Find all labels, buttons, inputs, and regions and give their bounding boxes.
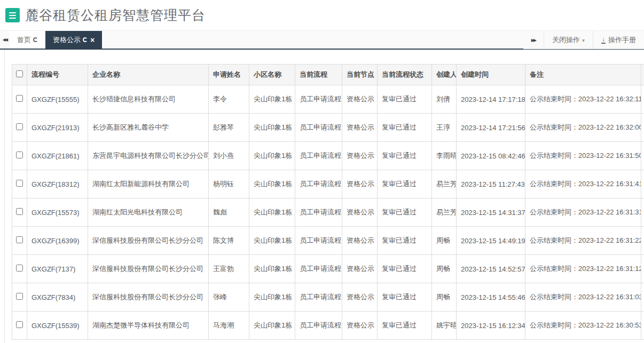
cell-node: 资格公示 [342, 142, 378, 170]
cell-company: 深信服科技股份有限公司长沙分公司 [88, 227, 209, 255]
hamburger-icon [9, 18, 16, 19]
cell-created: 2023-12-15 14:52:57 [457, 255, 525, 283]
row-checkbox[interactable] [16, 321, 23, 328]
cell-created: 2023-12-15 08:42:46 [457, 142, 525, 170]
cell-creator: 周畅 [432, 255, 457, 283]
tab-qualification-publicity-label: 资格公示 [53, 35, 81, 45]
cell-creator: 易兰芳 [432, 170, 457, 198]
cell-node: 资格公示 [342, 255, 378, 283]
cell-creator: 易兰芳 [432, 198, 457, 227]
cell-flow: 员工申请流程 [295, 170, 342, 198]
scroll-tabs-right-button[interactable]: ▶▶ [523, 31, 544, 49]
select-all-checkbox[interactable] [16, 70, 23, 77]
row-select-cell [12, 255, 27, 283]
cell-applicant: 张峰 [209, 283, 249, 312]
cell-node: 资格公示 [342, 85, 378, 114]
cell-id: GXGZF(15555) [27, 85, 88, 114]
col-process-id: 流程编号 [27, 65, 88, 85]
cell-company: 湖南红太阳新能源科技有限公司 [88, 170, 209, 198]
cell-community: 尖山印象1栋 [249, 85, 295, 114]
cell-clipped [641, 170, 644, 198]
cell-id: GXGZF(21861) [27, 142, 88, 170]
download-icon: ↓ [601, 37, 606, 44]
operation-manual-button[interactable]: ↓ 操作手册 [593, 31, 644, 49]
table-row: GXGZF(7137)深信服科技股份有限公司长沙分公司王富勃尖山印象1栋员工申请… [12, 255, 644, 283]
cell-company: 长沙猎捷信息科技有限公司 [88, 85, 209, 114]
cell-remark: 公示结束时间：2023-12-22 16:31:41 [525, 170, 641, 198]
hamburger-menu-button[interactable] [5, 8, 20, 22]
col-current-node: 当前节点 [342, 65, 378, 85]
cell-community: 尖山印象1栋 [249, 227, 295, 255]
cell-company: 湖南杰楚微半导体科技有限公司 [88, 312, 209, 340]
cell-id: GXGZF(21913) [27, 114, 88, 142]
scroll-tabs-left-button[interactable]: ◀◀ [0, 31, 10, 49]
cell-status: 复审已通过 [378, 255, 432, 283]
cell-remark: 公示结束时间：2023-12-22 16:31:50 [525, 142, 641, 170]
cell-flow: 员工申请流程 [295, 312, 342, 340]
row-select-cell [12, 170, 27, 198]
row-select-cell [12, 312, 27, 340]
cell-node: 资格公示 [342, 283, 378, 312]
cell-applicant: 魏彪 [209, 198, 249, 227]
cell-company: 东营昆宇电源科技有限公司长沙分公司 [88, 142, 209, 170]
table-row: GXGZF(21913)长沙高新区雅礼麓谷中学彭雅琴尖山印象1栋员工申请流程资格… [12, 114, 644, 142]
cell-created: 2023-12-15 11:27:43 [457, 170, 525, 198]
tab-qualification-publicity[interactable]: 资格公示 × [45, 31, 102, 49]
cell-node: 资格公示 [342, 227, 378, 255]
cell-company: 深信服科技股份有限公司长沙分公司 [88, 255, 209, 283]
cell-applicant: 刘小燕 [209, 142, 249, 170]
hamburger-icon [9, 15, 16, 16]
close-icon[interactable]: × [90, 36, 95, 44]
row-checkbox[interactable] [16, 236, 23, 243]
cell-status: 复审已通过 [378, 198, 432, 227]
row-select-cell [12, 85, 27, 114]
hamburger-icon [9, 12, 16, 13]
cell-created: 2023-12-14 17:17:18 [457, 85, 525, 114]
table-row: GXGZF(7834)深信服科技股份有限公司长沙分公司张峰尖山印象1栋员工申请流… [12, 283, 644, 312]
close-operations-dropdown[interactable]: 关闭操作 ▾ [544, 31, 593, 49]
tab-home-label: 首页 [17, 35, 31, 45]
row-checkbox[interactable] [16, 208, 23, 215]
row-checkbox[interactable] [16, 95, 23, 102]
cell-created: 2023-12-15 16:12:34 [457, 312, 525, 340]
col-creator: 创建人 [432, 65, 457, 85]
cell-applicant: 陈文博 [209, 227, 249, 255]
double-left-arrow-icon: ◀◀ [3, 37, 7, 42]
cell-clipped [641, 227, 644, 255]
cell-id: GXGZF(15539) [27, 312, 88, 340]
col-community: 小区名称 [249, 65, 295, 85]
cell-status: 复审已通过 [378, 170, 432, 198]
cell-flow: 员工申请流程 [295, 255, 342, 283]
cell-creator: 刘倩 [432, 85, 457, 114]
cell-created: 2023-12-14 17:21:56 [457, 114, 525, 142]
cell-creator: 周畅 [432, 283, 457, 312]
row-select-cell [12, 114, 27, 142]
cell-company: 深信服科技股份有限公司长沙分公司 [88, 283, 209, 312]
row-checkbox[interactable] [16, 151, 23, 158]
cell-community: 尖山印象1栋 [249, 198, 295, 227]
tab-home[interactable]: 首页 [10, 31, 45, 49]
cell-id: GXGZF(15573) [27, 198, 88, 227]
operation-manual-label: 操作手册 [608, 35, 636, 45]
cell-remark: 公示结束时间：2023-12-22 16:31:03 [525, 283, 641, 312]
cell-clipped [641, 85, 644, 114]
cell-creator: 李雨晴 [432, 142, 457, 170]
row-checkbox[interactable] [16, 293, 23, 300]
cell-flow: 员工申请流程 [295, 198, 342, 227]
col-created-time: 创建时间 [457, 65, 525, 85]
col-applicant: 申请姓名 [209, 65, 249, 85]
top-header-bar: 麓谷租赁公租房智慧管理平台 [0, 0, 644, 30]
cell-community: 尖山印象1栋 [249, 142, 295, 170]
cell-flow: 员工申请流程 [295, 142, 342, 170]
cell-clipped [641, 255, 644, 283]
table-row: GXGZF(15573)湖南红太阳光电科技有限公司魏彪尖山印象1栋员工申请流程资… [12, 198, 644, 227]
cell-remark: 公示结束时间：2023-12-22 16:32:00 [525, 114, 641, 142]
cell-created: 2023-12-15 14:49:19 [457, 227, 525, 255]
process-table: 流程编号 企业名称 申请姓名 小区名称 当前流程 当前节点 当前流程状态 创建人… [12, 64, 644, 340]
cell-community: 尖山印象1栋 [249, 312, 295, 340]
row-checkbox[interactable] [16, 265, 23, 272]
row-select-cell [12, 283, 27, 312]
row-checkbox[interactable] [16, 180, 23, 187]
cell-applicant: 杨明钰 [209, 170, 249, 198]
row-checkbox[interactable] [16, 123, 23, 130]
